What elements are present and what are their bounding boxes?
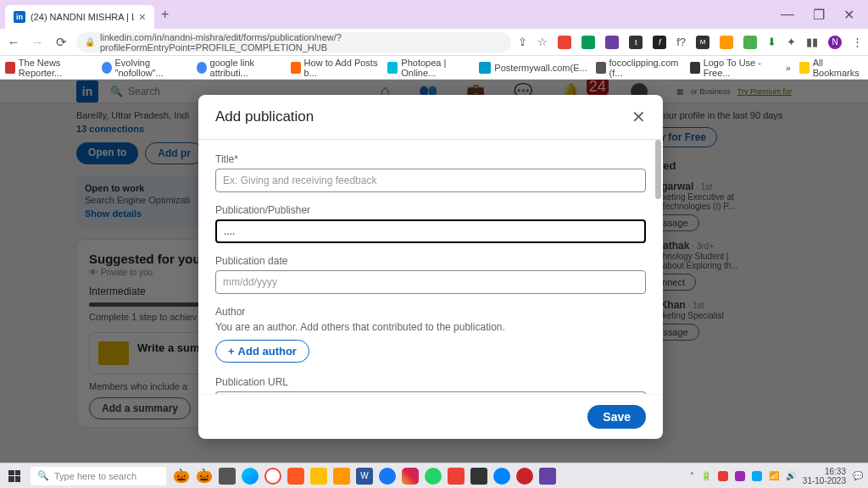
extension-icon[interactable] [720,36,733,49]
bookmark-item[interactable]: Evolving "nofollow"... [102,58,188,78]
publisher-label: Publication/Publisher [215,204,646,216]
taskbar-search[interactable]: 🔍Type here to search [31,467,166,485]
minimize-icon[interactable]: — [781,7,794,23]
app-icon[interactable] [333,468,350,485]
whatsapp-icon[interactable] [425,468,442,485]
brave-icon[interactable] [287,468,304,485]
app-icon[interactable] [470,468,487,485]
instagram-icon[interactable] [402,468,419,485]
pumpkin-icon[interactable]: 🎃 [173,468,190,484]
date-input[interactable] [215,270,646,294]
extension-icon[interactable] [743,36,757,49]
url-label: Publication URL [215,376,646,388]
add-author-button[interactable]: +Add author [215,340,309,363]
download-icon[interactable]: ⬇ [767,36,776,48]
back-button[interactable]: ← [5,35,22,49]
facebook-icon[interactable] [379,468,396,485]
forward-button[interactable]: → [29,35,46,49]
author-label: Author [215,306,646,318]
extension-icon[interactable] [581,36,595,49]
url-input[interactable] [215,391,646,394]
close-icon[interactable]: ✕ [632,107,646,127]
bookmark-item[interactable]: Photopea | Online... [387,58,470,78]
extensions-puzzle-icon[interactable]: ✦ [787,36,796,48]
start-button[interactable] [5,467,24,485]
pumpkin-icon[interactable]: 🎃 [196,468,213,484]
url-text: linkedin.com/in/nandni-mishra/edit/forms… [100,32,503,53]
reload-button[interactable]: ⟳ [53,35,70,50]
notification-center-icon[interactable]: 💬 [853,471,863,480]
chrome-icon[interactable] [264,468,281,485]
tray-icon[interactable] [735,471,745,481]
volume-icon[interactable]: 🔊 [786,471,796,480]
share-icon[interactable]: ⇪ [518,36,527,48]
extension-icon[interactable] [558,36,571,49]
tray-icon[interactable] [752,471,762,481]
extension-icon[interactable]: t [629,36,643,49]
task-view-icon[interactable] [219,468,236,485]
all-bookmarks[interactable]: All Bookmarks [799,58,863,78]
title-input[interactable] [215,169,646,192]
save-button[interactable]: Save [587,405,646,429]
search-icon: 🔍 [37,470,49,481]
publisher-input[interactable] [215,219,646,243]
tab-title: (24) NANDNI MISHRA | LinkedIn [31,12,134,22]
bookmark-item[interactable]: fococlipping.com (f... [596,58,682,78]
battery-icon[interactable]: 🔋 [701,471,711,480]
new-tab-button[interactable]: + [161,7,169,22]
bookmark-star-icon[interactable]: ☆ [537,36,548,48]
extension-icon[interactable] [605,36,619,49]
plus-icon: + [228,345,235,358]
word-icon[interactable]: W [356,468,373,485]
bookmark-item[interactable]: Logo To Use - Free... [690,58,777,78]
extension-icon[interactable]: f [653,36,666,49]
app-icon[interactable] [539,468,556,485]
bookmark-item[interactable]: google link attributi... [197,58,282,78]
date-label: Publication date [215,255,646,267]
address-bar[interactable]: 🔒 linkedin.com/in/nandni-mishra/edit/for… [76,32,511,53]
maximize-icon[interactable]: ❐ [813,7,825,23]
browser-tab[interactable]: in (24) NANDNI MISHRA | LinkedIn × [5,5,154,29]
extension-icon[interactable]: M [696,36,709,49]
wifi-icon[interactable]: 📶 [769,471,779,480]
bookmark-item[interactable]: The News Reporter... [5,58,93,78]
scrollbar-thumb[interactable] [655,140,661,199]
extension-icon[interactable]: f? [676,36,686,48]
tray-icon[interactable] [718,471,728,481]
edge-icon[interactable] [242,468,259,485]
title-label: Title* [215,153,646,165]
add-publication-modal: Add publication ✕ Title* Publication/Pub… [198,95,663,439]
bookmark-item[interactable]: Postermywall.com(E... [479,62,587,74]
bookmarks-overflow-icon[interactable]: » [786,63,791,73]
close-window-icon[interactable]: ✕ [843,7,854,23]
bookmark-item[interactable]: How to Add Posts b... [291,58,380,78]
gmail-icon[interactable] [448,468,465,485]
profile-avatar-icon[interactable]: N [828,36,842,49]
folder-icon[interactable] [310,468,327,485]
extension-icon[interactable]: ▮▮ [806,36,818,48]
pinterest-icon[interactable] [516,468,533,485]
linkedin-favicon: in [14,11,25,23]
tab-close-icon[interactable]: × [139,10,146,24]
clock-date[interactable]: 31-10-2023 [803,476,846,485]
tray-chevron-icon[interactable]: ˄ [690,471,694,480]
clock-time[interactable]: 16:33 [803,467,846,476]
messenger-icon[interactable] [493,468,510,485]
modal-title: Add publication [215,108,314,125]
lock-icon: 🔒 [85,37,95,47]
menu-icon[interactable]: ⋮ [852,36,863,48]
